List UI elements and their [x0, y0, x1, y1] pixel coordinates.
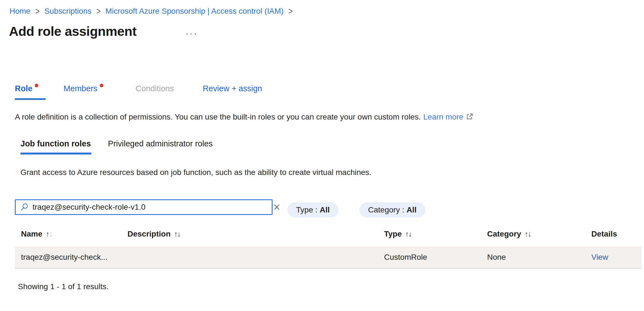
filter-type-label: Type : — [296, 205, 317, 214]
breadcrumb-subscription-iam[interactable]: Microsoft Azure Sponsorship | Access con… — [105, 7, 283, 16]
column-header-description[interactable]: Description↑↓ — [127, 230, 384, 238]
role-category-subtabs: Job function roles Privileged administra… — [20, 139, 230, 155]
column-category-label: Category — [487, 230, 521, 238]
role-search-box — [15, 199, 273, 215]
filter-category-pill[interactable]: Category : All — [359, 202, 425, 218]
sort-icon: ↑↓ — [174, 230, 180, 238]
tab-members-label: Members — [64, 84, 97, 93]
learn-more-link[interactable]: Learn more — [423, 113, 473, 121]
tab-role[interactable]: Role — [15, 84, 46, 100]
tab-conditions-label: Conditions — [136, 84, 174, 93]
breadcrumb-subscriptions[interactable]: Subscriptions — [44, 7, 91, 16]
sort-icon: ↑↓ — [405, 230, 411, 238]
intro-text: A role definition is a collection of per… — [15, 113, 421, 121]
required-dot-icon — [35, 84, 38, 87]
column-header-details: Details — [591, 230, 641, 238]
filter-type-pill[interactable]: Type : All — [287, 202, 338, 218]
view-details-link[interactable]: View — [591, 253, 608, 261]
row-details-cell: View — [591, 253, 641, 262]
sort-icon: ↑↓ — [524, 230, 531, 238]
column-header-name[interactable]: Name↑↓ — [15, 230, 127, 238]
wizard-tabs: Role Members Conditions Review + assign — [15, 84, 262, 100]
search-icon — [20, 203, 29, 212]
row-name-cell: traqez@security-check... — [15, 253, 127, 262]
column-name-label: Name — [21, 230, 42, 238]
add-role-assignment-page: Home > Subscriptions > Microsoft Azure S… — [0, 0, 644, 311]
required-dot-icon — [100, 84, 103, 87]
learn-more-label: Learn more — [423, 113, 463, 121]
role-definition-intro: A role definition is a collection of per… — [15, 113, 473, 121]
filter-type-value: All — [320, 205, 330, 214]
column-type-label: Type — [384, 230, 402, 238]
filter-category-label: Category : — [368, 205, 404, 214]
table-row[interactable]: traqez@security-check... CustomRole None… — [15, 246, 641, 269]
more-menu-button[interactable]: ··· — [185, 29, 198, 38]
column-details-label: Details — [591, 230, 617, 238]
chevron-right-icon: > — [31, 6, 45, 17]
external-link-icon — [466, 113, 473, 120]
search-input[interactable] — [29, 203, 272, 212]
tab-conditions[interactable]: Conditions — [136, 84, 174, 100]
tab-members[interactable]: Members — [64, 84, 110, 100]
page-title: Add role assignment — [9, 24, 136, 39]
column-header-type[interactable]: Type↑↓ — [384, 230, 487, 238]
breadcrumb-home[interactable]: Home — [10, 7, 31, 16]
roles-table-header: Name↑↓ Description↑↓ Type↑↓ Category↑↓ D… — [15, 230, 641, 238]
subtab-job-function-roles[interactable]: Job function roles — [20, 139, 91, 155]
row-type-cell: CustomRole — [384, 253, 487, 262]
results-summary: Showing 1 - 1 of 1 results. — [18, 282, 109, 291]
clear-search-button[interactable]: × — [269, 199, 284, 215]
tab-role-label: Role — [15, 84, 32, 93]
subtab-privileged-admin-roles[interactable]: Privileged administrator roles — [108, 139, 213, 155]
grant-access-description: Grant access to Azure resources based on… — [20, 168, 371, 177]
breadcrumb: Home > Subscriptions > Microsoft Azure S… — [10, 7, 297, 16]
tab-review-assign-label: Review + assign — [203, 84, 262, 93]
filter-category-value: All — [406, 205, 417, 214]
chevron-right-icon: > — [92, 6, 106, 17]
chevron-right-icon: > — [283, 6, 297, 17]
column-header-category[interactable]: Category↑↓ — [487, 230, 591, 238]
sort-icon: ↑↓ — [46, 230, 52, 238]
column-description-label: Description — [127, 230, 171, 238]
tab-review-assign[interactable]: Review + assign — [203, 84, 262, 100]
row-category-cell: None — [487, 253, 591, 262]
